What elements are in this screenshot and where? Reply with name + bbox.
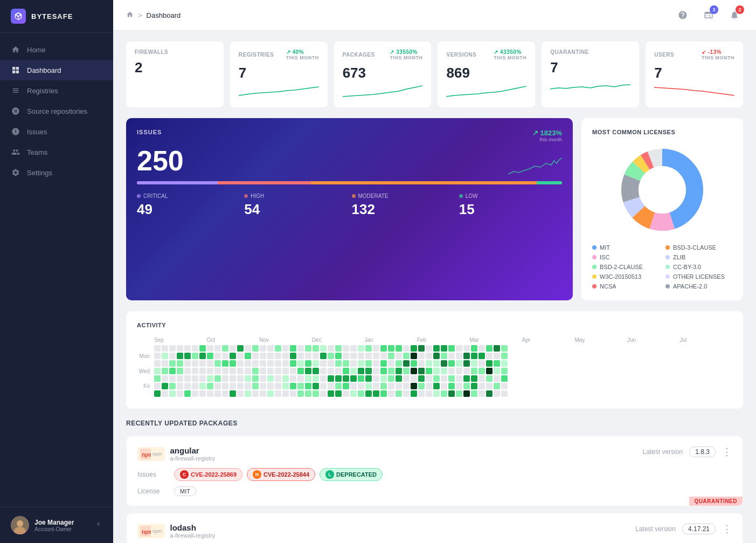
npm-icon: npm (140, 449, 151, 459)
issues-bar (137, 181, 562, 184)
license-card: MOST COMMON LICENSES (581, 118, 743, 300)
more-options-lodash[interactable]: ⋮ (722, 523, 732, 535)
legend-ncsa: NCSA (592, 283, 659, 290)
package-info-angular: npm npm angular a-firewall-registry (137, 446, 215, 462)
activity-title: ACTIVITY (137, 322, 732, 328)
bsd3-dot (665, 255, 670, 259)
high-count: 54 (244, 201, 347, 218)
svg-point-1 (17, 520, 23, 527)
donut-chart (592, 144, 732, 236)
npm-icon-lodash: npm (140, 526, 151, 537)
legend-bsd3: ZLIB (665, 254, 732, 260)
svg-text:npm: npm (142, 452, 151, 458)
license-label-angular: License (137, 487, 170, 495)
license-legend: MIT BSD-3-CLAUSE ISC ZLIB (592, 244, 732, 290)
sidebar-item-teams-label: Teams (27, 148, 47, 156)
sidebar-item-issues[interactable]: Issues (0, 121, 113, 142)
npm-badge-lodash: npm npm (137, 524, 165, 538)
stat-card-registries: REGISTRIES ↗ 40% this month 7 (230, 42, 328, 107)
package-name-info: angular a-firewall-registry (170, 446, 216, 462)
notifications-button[interactable]: 2 (726, 6, 743, 24)
package-registry-angular: a-firewall-registry (170, 455, 216, 462)
low-count: 15 (459, 201, 562, 218)
sidebar-item-dashboard-label: Dashboard (27, 66, 61, 74)
svg-text:npm: npm (142, 529, 151, 535)
breadcrumb-separator: > (138, 11, 142, 19)
stat-change-registries: ↗ 40% this month (286, 49, 319, 60)
high-dot (244, 194, 248, 198)
registries-icon (11, 86, 20, 95)
legend-zlib: CC-BY-3.0 (665, 264, 732, 270)
legend-apache: BSD-3-CLAUSE (665, 244, 732, 251)
mit-dot (592, 245, 597, 250)
package-registry-lodash: a-firewall-registry (170, 532, 216, 539)
severity-critical: CRITICAL 49 (137, 193, 240, 218)
issue-badge-cve2[interactable]: H CVE-2022-25844 (247, 468, 315, 481)
issue-badge-cve1[interactable]: C CVE-2022-25869 (174, 468, 242, 481)
legend-mit: MIT (592, 244, 659, 251)
teams-icon (11, 147, 20, 157)
sidebar-item-source-repositories[interactable]: Source repositories (0, 101, 113, 121)
sidebar-item-teams[interactable]: Teams (0, 142, 113, 162)
home-icon (11, 45, 20, 54)
sidebar-item-source-repositories-label: Source repositories (27, 107, 87, 115)
sidebar-collapse-button[interactable] (94, 520, 102, 531)
user-name: Joe Manager (34, 519, 88, 526)
critical-count: 49 (137, 201, 240, 218)
stat-change-users: ↙ -13% this month (702, 49, 734, 60)
npm-badge-angular: npm npm (137, 447, 165, 461)
sidebar-item-registries-label: Registries (27, 87, 58, 95)
issues-card: ISSUES ↗ 1823% this month 250 (126, 118, 573, 300)
stat-card-users: USERS ↙ -13% this month 7 (646, 42, 743, 107)
stat-card-quarantine: QUARANTINE 7 (542, 42, 639, 107)
packages-badge: 3 (710, 5, 718, 14)
sidebar-item-home[interactable]: Home (0, 39, 113, 60)
stat-value-packages: 673 (343, 65, 423, 81)
logo-container: BYTESAFE (0, 0, 113, 33)
package-issues-angular: Issues C CVE-2022-25869 H CVE-2022-25844… (137, 468, 732, 481)
angular-status-tags: QUARANTINED (689, 497, 743, 506)
issue-badge-deprecated[interactable]: L DEPRECATED (320, 468, 383, 481)
package-card-angular: npm npm angular a-firewall-registry Late… (126, 436, 743, 506)
stat-card-versions: VERSIONS ↗ 43350% this month 869 (438, 42, 535, 107)
severity-grid: CRITICAL 49 HIGH 54 MO (137, 193, 562, 218)
notifications-badge: 2 (736, 5, 744, 14)
breadcrumb-current: Dashboard (147, 11, 181, 19)
content-area: FIREWALLS 2 REGISTRIES ↗ 40% this month … (113, 31, 756, 543)
legend-w3c: W3C-20150513 (592, 273, 659, 280)
stat-label-firewalls: FIREWALLS (135, 49, 215, 55)
more-options-angular[interactable]: ⋮ (722, 446, 732, 458)
sidebar-item-settings[interactable]: Settings (0, 162, 113, 183)
app-name: BYTESAFE (31, 12, 73, 20)
sidebar-item-home-label: Home (27, 46, 46, 54)
sidebar-item-registries[interactable]: Registries (0, 80, 113, 101)
package-name-info-lodash: lodash a-firewall-registry (170, 523, 216, 539)
sidebar-item-dashboard[interactable]: Dashboard (0, 60, 113, 80)
sidebar-nav: Home Dashboard Registries Source reposit… (0, 33, 113, 507)
stat-change-versions: ↗ 43350% this month (494, 49, 526, 60)
sidebar-item-issues-label: Issues (27, 128, 47, 136)
critical-dot (137, 194, 141, 198)
logo-icon (11, 9, 26, 24)
stat-value-users: 7 (654, 65, 734, 81)
issues-header: ISSUES ↗ 1823% this month (137, 129, 562, 142)
legend-ccby: OTHER LICENSES (665, 273, 732, 280)
help-button[interactable] (674, 6, 691, 24)
user-info: Joe Manager Account-Owner (34, 519, 88, 532)
activity-grid: SepOctNovDecJanFebMarAprMayJunJulMonWedF… (137, 337, 732, 397)
topbar: > Dashboard 3 2 (113, 0, 756, 31)
severity-low: LOW 15 (459, 193, 562, 218)
packages-button[interactable]: 3 (700, 6, 717, 24)
legend-bsd2: BSD-2-CLAUSE (592, 264, 659, 270)
severity-l: L (325, 470, 334, 479)
severity-h: H (253, 470, 261, 479)
stat-value-versions: 869 (446, 65, 526, 81)
moderate-dot (352, 194, 356, 198)
severity-high: HIGH 54 (244, 193, 347, 218)
stat-value-firewalls: 2 (135, 59, 215, 76)
breadcrumb: > Dashboard (126, 11, 181, 20)
sidebar-footer: Joe Manager Account-Owner (0, 507, 113, 543)
user-role: Account-Owner (34, 526, 88, 532)
package-info-lodash: npm npm lodash a-firewall-registry (137, 523, 215, 539)
severity-moderate: MODERATE 132 (352, 193, 455, 218)
